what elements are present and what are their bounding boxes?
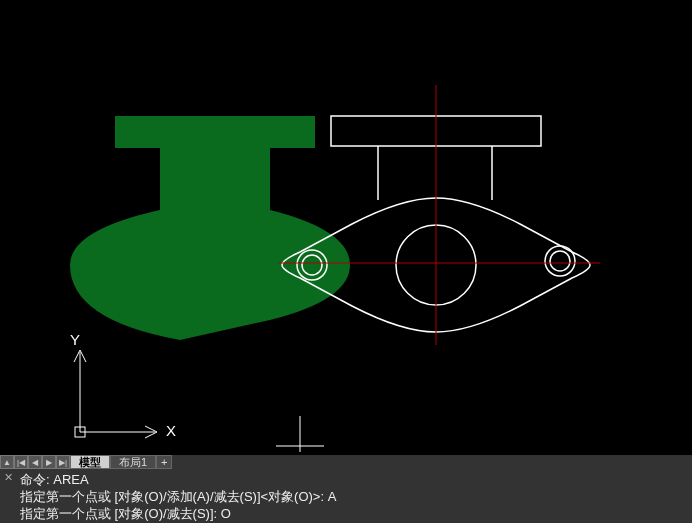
cursor-crosshair — [276, 416, 324, 452]
command-line-3: 指定第一个点或 [对象(O)/减去(S)]: O — [20, 505, 688, 522]
command-line-1: 命令: AREA — [20, 471, 688, 488]
tab-nav-prev[interactable]: ◀ — [28, 455, 42, 469]
ucs-x-label: X — [166, 422, 176, 439]
tab-add[interactable]: + — [156, 455, 172, 469]
command-line-2: 指定第一个点或 [对象(O)/添加(A)/减去(S)]<对象(O)>: A — [20, 488, 688, 505]
tab-layout1[interactable]: 布局1 — [110, 455, 156, 469]
tab-nav-up[interactable]: ▲ — [0, 455, 14, 469]
layout-tab-bar: ▲ |◀ ◀ ▶ ▶| 模型 布局1 + — [0, 455, 692, 469]
ucs-y-label: Y — [70, 331, 80, 348]
cad-drawing: Y X — [0, 0, 692, 452]
center-crosshair — [278, 85, 600, 345]
command-history: 命令: AREA 指定第一个点或 [对象(O)/添加(A)/减去(S)]<对象(… — [20, 471, 688, 522]
command-window[interactable]: ✕ 命令: AREA 指定第一个点或 [对象(O)/添加(A)/减去(S)]<对… — [0, 469, 692, 523]
ucs-icon — [74, 350, 157, 438]
drawing-canvas[interactable]: Y X — [0, 0, 692, 452]
tab-nav-last[interactable]: ▶| — [56, 455, 70, 469]
green-filled-part — [70, 116, 350, 340]
command-close-icon[interactable]: ✕ — [4, 471, 13, 484]
tab-nav-first[interactable]: |◀ — [14, 455, 28, 469]
tab-model[interactable]: 模型 — [70, 455, 110, 469]
svg-point-7 — [550, 251, 570, 271]
tab-nav-next[interactable]: ▶ — [42, 455, 56, 469]
